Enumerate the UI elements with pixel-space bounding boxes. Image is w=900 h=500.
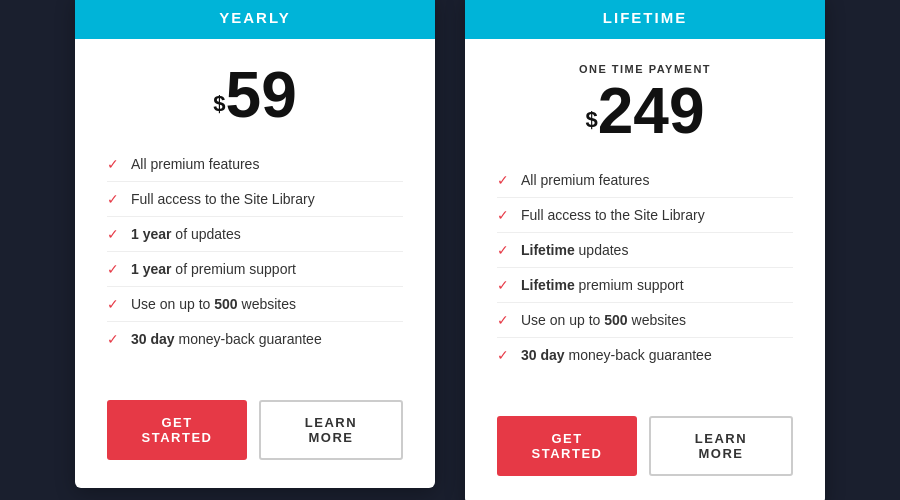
check-icon: ✓: [497, 172, 509, 188]
yearly-header-title: YEARLY: [219, 9, 290, 26]
feature-text: Full access to the Site Library: [131, 191, 315, 207]
list-item: ✓ Full access to the Site Library: [497, 198, 793, 233]
feature-text: Lifetime updates: [521, 242, 628, 258]
check-icon: ✓: [497, 242, 509, 258]
lifetime-feature-list: ✓ All premium features ✓ Full access to …: [497, 163, 793, 372]
lifetime-get-started-button[interactable]: GET STARTED: [497, 416, 637, 476]
yearly-get-started-button[interactable]: GET STARTED: [107, 400, 247, 460]
pricing-container: YEARLY $59 ✓ All premium features ✓ Full…: [55, 0, 845, 500]
lifetime-price-amount: 249: [598, 75, 705, 147]
lifetime-card-actions: GET STARTED LEARN MORE: [465, 416, 825, 476]
list-item: ✓ 1 year of updates: [107, 217, 403, 252]
feature-text: 1 year of premium support: [131, 261, 296, 277]
check-icon: ✓: [107, 191, 119, 207]
check-icon: ✓: [497, 277, 509, 293]
feature-text: All premium features: [521, 172, 649, 188]
yearly-learn-more-button[interactable]: LEARN MORE: [259, 400, 403, 460]
list-item: ✓ Lifetime premium support: [497, 268, 793, 303]
feature-text: Full access to the Site Library: [521, 207, 705, 223]
check-icon: ✓: [107, 226, 119, 242]
list-item: ✓ Use on up to 500 websites: [497, 303, 793, 338]
list-item: ✓ All premium features: [497, 163, 793, 198]
feature-text: 1 year of updates: [131, 226, 241, 242]
lifetime-learn-more-button[interactable]: LEARN MORE: [649, 416, 793, 476]
yearly-card-actions: GET STARTED LEARN MORE: [75, 400, 435, 460]
lifetime-card: LIFETIME ONE TIME PAYMENT $249 ✓ All pre…: [465, 0, 825, 500]
feature-text: Use on up to 500 websites: [131, 296, 296, 312]
list-item: ✓ Full access to the Site Library: [107, 182, 403, 217]
feature-text: 30 day money-back guarantee: [131, 331, 322, 347]
lifetime-card-header: LIFETIME: [465, 0, 825, 39]
feature-text: 30 day money-back guarantee: [521, 347, 712, 363]
check-icon: ✓: [107, 156, 119, 172]
yearly-price-row: $59: [107, 63, 403, 127]
feature-text: Lifetime premium support: [521, 277, 684, 293]
list-item: ✓ 1 year of premium support: [107, 252, 403, 287]
check-icon: ✓: [107, 261, 119, 277]
yearly-card-header: YEARLY: [75, 0, 435, 39]
check-icon: ✓: [497, 312, 509, 328]
list-item: ✓ All premium features: [107, 147, 403, 182]
yearly-price-symbol: $: [213, 90, 225, 115]
lifetime-price-symbol: $: [585, 106, 597, 131]
list-item: ✓ 30 day money-back guarantee: [497, 338, 793, 372]
feature-text: All premium features: [131, 156, 259, 172]
yearly-feature-list: ✓ All premium features ✓ Full access to …: [107, 147, 403, 356]
feature-text: Use on up to 500 websites: [521, 312, 686, 328]
check-icon: ✓: [107, 296, 119, 312]
list-item: ✓ Use on up to 500 websites: [107, 287, 403, 322]
yearly-card-body: $59 ✓ All premium features ✓ Full access…: [75, 39, 435, 400]
list-item: ✓ 30 day money-back guarantee: [107, 322, 403, 356]
check-icon: ✓: [497, 207, 509, 223]
lifetime-card-body: ONE TIME PAYMENT $249 ✓ All premium feat…: [465, 39, 825, 416]
lifetime-header-title: LIFETIME: [603, 9, 687, 26]
check-icon: ✓: [107, 331, 119, 347]
one-time-payment-label: ONE TIME PAYMENT: [497, 63, 793, 75]
yearly-card: YEARLY $59 ✓ All premium features ✓ Full…: [75, 0, 435, 488]
yearly-price-amount: 59: [226, 59, 297, 131]
lifetime-price-row: $249: [497, 79, 793, 143]
list-item: ✓ Lifetime updates: [497, 233, 793, 268]
check-icon: ✓: [497, 347, 509, 363]
